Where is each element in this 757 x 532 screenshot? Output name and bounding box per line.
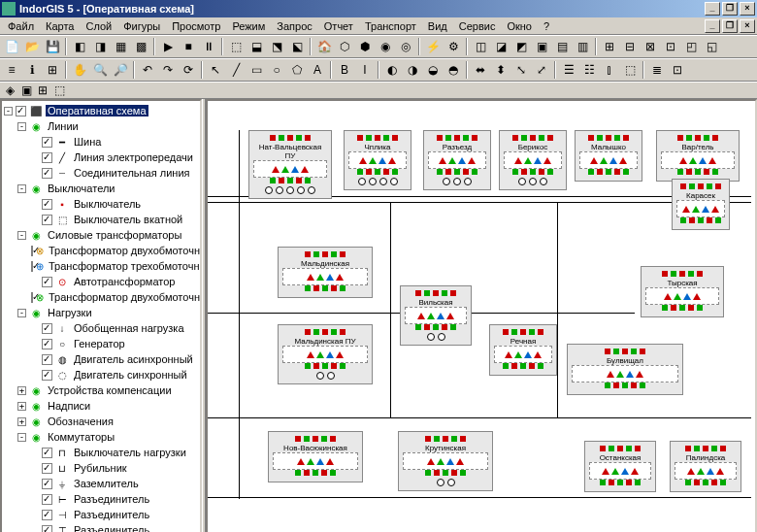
tool-bold[interactable]: B — [335, 60, 354, 80]
power-line[interactable] — [208, 202, 751, 203]
substation[interactable]: Крутинская — [398, 431, 493, 491]
tool-b4[interactable]: ◉ — [376, 37, 395, 56]
tree-item[interactable]: ⊢Разъединитель — [4, 491, 198, 507]
substation[interactable]: Нов-Васюкинская — [268, 431, 363, 482]
tool-grid[interactable]: ⊞ — [43, 60, 62, 80]
tree-commutators[interactable]: -◉Коммутаторы — [4, 429, 198, 445]
tool-undo[interactable]: ↶ — [138, 60, 157, 80]
tool-h4[interactable]: ⬚ — [620, 60, 640, 80]
power-line[interactable] — [208, 417, 751, 418]
substation[interactable]: Останкская — [584, 441, 656, 492]
tool-stop[interactable]: ■ — [179, 37, 198, 56]
tool-rect[interactable]: ▭ — [247, 60, 266, 80]
tool-f4[interactable]: ◓ — [444, 60, 463, 80]
tool-layer1[interactable]: ◧ — [70, 37, 89, 56]
tool-d2[interactable]: ◪ — [491, 37, 510, 56]
tool-pause[interactable]: ⏸ — [199, 37, 218, 56]
menu-mode[interactable]: Режим — [226, 18, 271, 34]
tool-redo[interactable]: ↷ — [158, 60, 178, 80]
minimize-button[interactable]: _ — [705, 2, 720, 16]
tree-item[interactable]: ⊙Автотрансформатор — [4, 274, 198, 289]
tree-item[interactable]: ◍Двигатель асинхронный — [4, 351, 198, 367]
tool-g3[interactable]: ⤡ — [511, 60, 531, 80]
tool-tab4[interactable]: ⬚ — [51, 83, 67, 98]
tool-h2[interactable]: ☷ — [579, 60, 599, 80]
tree-item[interactable]: ⊕Трансформатор трехобмоточн — [4, 258, 198, 274]
tool-circle[interactable]: ○ — [267, 60, 286, 80]
menu-map[interactable]: Карта — [40, 18, 80, 34]
tool-e6[interactable]: ◱ — [702, 37, 721, 56]
layer-tree-panel[interactable]: -⬛Оперативная схема -◉Линии ━Шина ╱Линия… — [0, 99, 202, 532]
tree-root[interactable]: -⬛Оперативная схема — [4, 103, 198, 118]
tree-item[interactable]: ⊔Рубильник — [4, 460, 198, 476]
menu-figures[interactable]: Фигуры — [117, 18, 166, 34]
tool-d3[interactable]: ◩ — [511, 37, 531, 56]
tool-b5[interactable]: ◎ — [396, 37, 415, 56]
power-line[interactable] — [239, 130, 240, 499]
menu-vid[interactable]: Вид — [422, 18, 453, 34]
tree-item[interactable]: ○Генератор — [4, 336, 198, 351]
substation[interactable]: Карасек — [672, 179, 730, 230]
tree-item[interactable]: ┄Соединительная линия — [4, 165, 198, 181]
power-line[interactable] — [390, 202, 391, 417]
tree-item[interactable]: ⊗Трансформатор двухобмоточн — [4, 243, 198, 258]
tool-poly[interactable]: ⬠ — [287, 60, 307, 80]
tree-compensation[interactable]: +◉Устройства компенсации — [4, 382, 198, 398]
tool-e3[interactable]: ⊠ — [641, 37, 660, 56]
menu-file[interactable]: Файл — [2, 18, 40, 34]
tree-markers[interactable]: +◉Обозначения — [4, 414, 198, 429]
tool-new[interactable]: 📄 — [2, 37, 21, 56]
tree-item[interactable]: ◌Двигатель синхронный — [4, 367, 198, 382]
maximize-button[interactable]: ❐ — [722, 2, 738, 16]
tree-item[interactable]: ⊗Трансформатор двухобмоточн — [4, 289, 198, 305]
menu-service[interactable]: Сервис — [453, 18, 502, 34]
menu-query[interactable]: Запрос — [271, 18, 317, 34]
mdi-restore[interactable]: ❐ — [722, 19, 738, 33]
tool-layer4[interactable]: ▩ — [131, 37, 150, 56]
tree-labels[interactable]: +◉Надписи — [4, 398, 198, 414]
tool-a3[interactable]: ⬔ — [267, 37, 286, 56]
menu-layer[interactable]: Слой — [80, 18, 117, 34]
tree-item[interactable]: ⊓Выключатель нагрузки — [4, 445, 198, 460]
tool-i2[interactable]: ⊡ — [668, 60, 687, 80]
map-canvas[interactable]: Нат-Вальцевская ПУЧпликаРазъездБерикосМа… — [206, 99, 757, 532]
tool-open[interactable]: 📂 — [22, 37, 42, 56]
tool-tab3[interactable]: ⊞ — [35, 83, 50, 98]
tree-item[interactable]: ⬚Выключатель вкатной — [4, 212, 198, 227]
substation[interactable]: Малышко — [575, 130, 642, 182]
tool-i1[interactable]: ≣ — [647, 60, 667, 80]
substation[interactable]: Берикос — [499, 130, 567, 190]
tool-run[interactable]: ▶ — [158, 37, 178, 56]
tree-item[interactable]: ⊤Разъединитель — [4, 522, 198, 532]
tool-g2[interactable]: ⬍ — [491, 60, 510, 80]
tool-b3[interactable]: ⬢ — [355, 37, 375, 56]
tool-f1[interactable]: ◐ — [382, 60, 402, 80]
tool-pan[interactable]: ✋ — [70, 60, 89, 80]
tree-switches[interactable]: -◉Выключатели — [4, 181, 198, 196]
tree-item[interactable]: ↓Обобщенная нагрузка — [4, 320, 198, 336]
tool-tab2[interactable]: ▣ — [18, 83, 34, 98]
tool-zoomin[interactable]: 🔍 — [90, 60, 110, 80]
tree-transformers[interactable]: -◉Силовые трансформаторы — [4, 227, 198, 243]
substation[interactable]: Булвищал — [567, 344, 683, 395]
tool-a4[interactable]: ⬕ — [287, 37, 307, 56]
tool-refresh[interactable]: ⟳ — [179, 60, 198, 80]
tool-f2[interactable]: ◑ — [403, 60, 422, 80]
menu-help[interactable]: ? — [538, 18, 555, 34]
tool-layers[interactable]: ≡ — [2, 60, 21, 80]
tool-a2[interactable]: ⬓ — [247, 37, 266, 56]
substation[interactable]: Разъезд — [423, 130, 491, 190]
tool-d1[interactable]: ◫ — [471, 37, 490, 56]
substation[interactable]: Палиндска — [670, 441, 741, 492]
menu-transport[interactable]: Транспорт — [359, 18, 422, 34]
menu-window[interactable]: Окно — [501, 18, 538, 34]
substation[interactable]: Нат-Вальцевская ПУ — [248, 130, 332, 199]
tree-item[interactable]: ⏚Заземлитель — [4, 476, 198, 491]
tool-b1[interactable]: 🏠 — [314, 37, 334, 56]
tool-h3[interactable]: ⫿ — [600, 60, 619, 80]
tool-e2[interactable]: ⊟ — [620, 37, 640, 56]
tool-tab1[interactable]: ◈ — [2, 83, 17, 98]
tool-line[interactable]: ╱ — [226, 60, 246, 80]
tool-c2[interactable]: ⚙ — [444, 37, 463, 56]
tool-f3[interactable]: ◒ — [423, 60, 443, 80]
